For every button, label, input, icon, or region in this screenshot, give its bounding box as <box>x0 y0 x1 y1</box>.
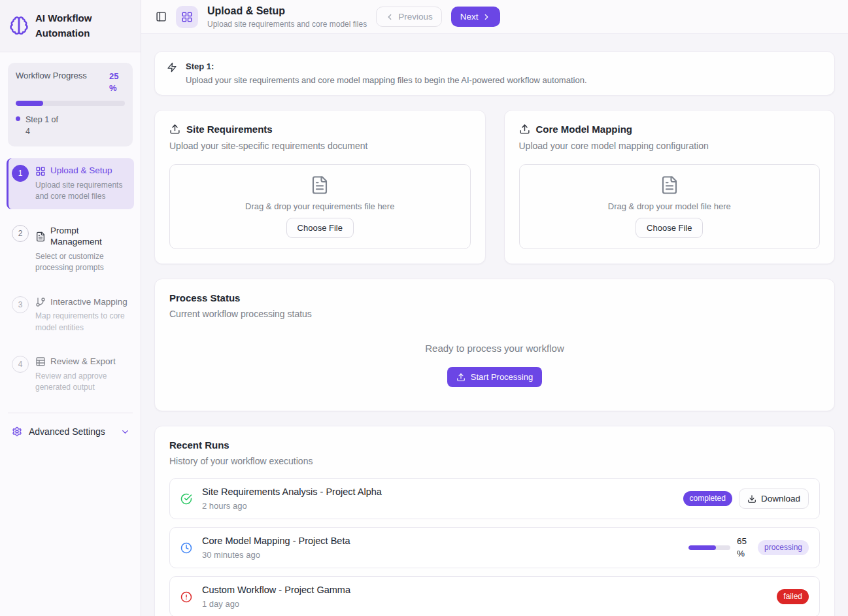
progress-percent: 25 % <box>109 71 125 95</box>
zap-icon <box>167 62 177 85</box>
check-circle-icon <box>180 493 192 505</box>
progress-bar-fill <box>16 101 43 106</box>
upload-icon <box>169 124 180 135</box>
progress-step-note: Step 1 of 4 <box>25 114 63 137</box>
card-title: Site Requirements <box>186 124 273 135</box>
step-nav: 1 Upload & Setup Upload site requirement… <box>0 152 141 400</box>
sidebar-item-interactive-mapping[interactable]: 3 Interactive Mapping Map requirements t… <box>7 290 134 340</box>
step-number: 1 <box>12 165 29 182</box>
chevron-right-icon <box>482 12 491 22</box>
table-icon <box>35 356 46 367</box>
layout-grid-icon <box>181 11 193 23</box>
card-subtitle: Upload your site-specific requirements d… <box>169 141 471 151</box>
recent-runs-card: Recent Runs History of your workflow exe… <box>154 426 835 616</box>
sidebar: AI Workflow Automation Workflow Progress… <box>0 0 141 616</box>
clock-icon <box>180 542 192 554</box>
page-title: Upload & Setup <box>207 5 367 17</box>
run-time: 30 minutes ago <box>202 550 350 560</box>
next-button[interactable]: Next <box>451 7 501 27</box>
model-dropzone[interactable]: Drag & drop your model file here Choose … <box>519 164 821 249</box>
file-text-icon <box>310 175 330 195</box>
layout-grid-icon <box>35 166 46 177</box>
git-branch-icon <box>35 297 46 307</box>
run-row: Core Model Mapping - Project Beta 30 min… <box>169 527 820 568</box>
previous-button[interactable]: Previous <box>376 7 442 27</box>
page-subtitle: Upload site requirements and core model … <box>207 20 367 29</box>
step-dot <box>16 116 20 121</box>
choose-file-button[interactable]: Choose File <box>286 218 354 238</box>
run-time: 2 hours ago <box>202 501 382 511</box>
run-name: Site Requirements Analysis - Project Alp… <box>202 487 382 497</box>
brain-icon <box>9 16 29 35</box>
sidebar-divider <box>8 413 133 413</box>
process-status-title: Process Status <box>169 292 820 303</box>
step-banner-label: Step 1: <box>186 61 587 71</box>
status-badge: failed <box>777 589 809 605</box>
download-button[interactable]: Download <box>739 488 809 509</box>
choose-file-button[interactable]: Choose File <box>636 218 703 238</box>
sidebar-item-label: Upload & Setup <box>50 165 112 177</box>
sidebar-item-review-export[interactable]: 4 Review & Export Review and approve gen… <box>7 349 134 400</box>
run-name: Core Model Mapping - Project Beta <box>202 536 350 546</box>
main-area: Upload & Setup Upload site requirements … <box>141 0 848 616</box>
download-button-label: Download <box>761 494 800 504</box>
sidebar-item-desc: Review and approve generated output <box>35 371 109 394</box>
progress-bar <box>16 101 125 106</box>
recent-runs-title: Recent Runs <box>169 439 820 451</box>
step-number: 4 <box>12 356 29 373</box>
run-row: Site Requirements Analysis - Project Alp… <box>169 478 820 519</box>
card-title: Core Model Mapping <box>536 124 633 135</box>
sidebar-item-label: Review & Export <box>50 356 116 368</box>
status-badge: completed <box>683 491 732 507</box>
sidebar-item-prompt-management[interactable]: 2 Prompt Management Select or customize … <box>7 218 134 281</box>
sidebar-item-desc: Upload site requirements and core model … <box>35 180 130 203</box>
file-text-icon <box>35 231 46 242</box>
ready-text: Ready to process your workflow <box>425 343 564 354</box>
sidebar-item-label: Interactive Mapping <box>50 296 127 308</box>
advanced-settings-label: Advanced Settings <box>29 426 105 437</box>
previous-button-label: Previous <box>398 12 433 22</box>
dropzone-hint: Drag & drop your requirements file here <box>245 201 394 211</box>
sidebar-item-label: Prompt Management <box>50 225 109 248</box>
progress-label: Workflow Progress <box>16 71 87 95</box>
run-time: 1 day ago <box>202 599 350 609</box>
sidebar-item-upload-setup[interactable]: 1 Upload & Setup Upload site requirement… <box>7 158 134 209</box>
page-content: Step 1: Upload your site requirements an… <box>141 34 848 616</box>
workflow-progress-card: Workflow Progress 25 % Step 1 of 4 <box>8 63 133 147</box>
start-processing-label: Start Processing <box>471 372 533 382</box>
run-row: Custom Workflow - Project Gamma 1 day ag… <box>169 576 820 616</box>
core-model-mapping-card: Core Model Mapping Upload your core mode… <box>504 110 836 264</box>
process-status-subtitle: Current workflow processing status <box>169 309 820 319</box>
run-progress-bar <box>688 545 730 550</box>
run-name: Custom Workflow - Project Gamma <box>202 585 350 595</box>
upload-icon <box>519 124 530 135</box>
run-percent: 65 % <box>737 536 751 559</box>
sidebar-item-desc: Map requirements to core model entities <box>35 311 130 334</box>
chevron-left-icon <box>385 12 394 22</box>
process-status-card: Process Status Current workflow processi… <box>154 279 835 411</box>
site-requirements-card: Site Requirements Upload your site-speci… <box>154 110 486 264</box>
page-header: Upload & Setup Upload site requirements … <box>141 0 848 34</box>
sidebar-item-desc: Select or customize processing prompts <box>35 251 130 274</box>
step-number: 3 <box>12 296 29 313</box>
recent-runs-subtitle: History of your workflow executions <box>169 456 820 466</box>
status-badge: processing <box>758 540 809 556</box>
dropzone-hint: Drag & drop your model file here <box>608 201 731 211</box>
step-number: 2 <box>12 225 29 242</box>
step-badge <box>176 6 198 28</box>
advanced-settings-toggle[interactable]: Advanced Settings <box>0 422 141 441</box>
card-subtitle: Upload your core model mapping configura… <box>519 141 821 151</box>
file-text-icon <box>660 175 679 195</box>
start-processing-button[interactable]: Start Processing <box>447 367 542 387</box>
requirements-dropzone[interactable]: Drag & drop your requirements file here … <box>169 164 471 249</box>
run-progress-fill <box>688 545 716 550</box>
sidebar-toggle-icon[interactable] <box>156 11 167 22</box>
gear-icon <box>12 426 22 437</box>
chevron-down-icon <box>120 427 130 437</box>
upload-icon <box>456 373 466 382</box>
download-icon <box>747 494 756 504</box>
sidebar-header: AI Workflow Automation <box>0 0 141 52</box>
alert-circle-icon <box>180 591 192 603</box>
app-title: AI Workflow Automation <box>35 10 131 41</box>
step-banner: Step 1: Upload your site requirements an… <box>154 51 835 95</box>
